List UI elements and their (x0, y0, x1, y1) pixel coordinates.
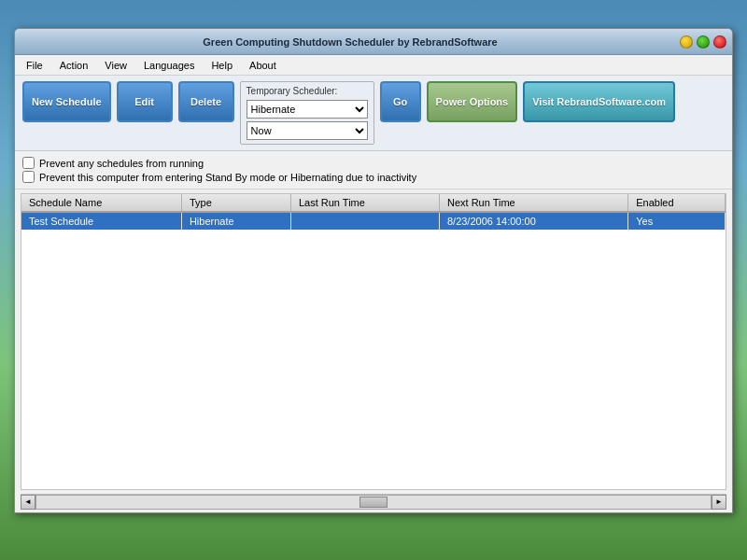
visit-site-button[interactable]: Visit RebrandSoftware.com (523, 81, 675, 122)
title-bar: Green Computing Shutdown Scheduler by Re… (15, 29, 732, 55)
horizontal-scrollbar[interactable]: ◄ ► (21, 494, 726, 509)
cell-next-run: 8/23/2006 14:00:00 (439, 212, 627, 230)
prevent-schedules-checkbox[interactable] (22, 157, 35, 169)
minimize-button[interactable] (680, 35, 693, 49)
scroll-left-button[interactable]: ◄ (21, 495, 35, 510)
temp-scheduler-time-select[interactable]: Now In 5 minutes In 10 minutes In 30 min… (247, 121, 368, 140)
col-last-run: Last Run Time (290, 194, 439, 212)
close-button[interactable] (713, 35, 726, 49)
cell-type: Hibernate (181, 212, 290, 230)
table-header-row: Schedule Name Type Last Run Time Next Ru… (21, 194, 726, 212)
prevent-standby-row: Prevent this computer from entering Stan… (22, 171, 725, 183)
prevent-schedules-label[interactable]: Prevent any schedules from running (39, 158, 204, 169)
menu-help[interactable]: Help (204, 58, 240, 73)
col-enabled: Enabled (628, 194, 726, 212)
maximize-button[interactable] (697, 35, 710, 49)
desktop: Green Computing Shutdown Scheduler by Re… (0, 0, 747, 560)
scroll-right-button[interactable]: ► (712, 495, 726, 510)
temp-scheduler-type-select[interactable]: Hibernate Shutdown Restart Stand By Log … (247, 100, 368, 119)
scroll-thumb[interactable] (359, 497, 388, 508)
toolbar: New Schedule Edit Delete Temporary Sched… (15, 76, 732, 151)
new-schedule-button[interactable]: New Schedule (22, 81, 111, 122)
menu-about[interactable]: About (242, 58, 284, 73)
power-options-button[interactable]: Power Options (427, 81, 518, 122)
prevent-standby-label[interactable]: Prevent this computer from entering Stan… (39, 172, 416, 183)
menu-action[interactable]: Action (52, 58, 96, 73)
col-next-run: Next Run Time (439, 194, 627, 212)
col-schedule-name: Schedule Name (21, 194, 181, 212)
prevent-standby-checkbox[interactable] (22, 171, 35, 183)
menu-file[interactable]: File (19, 58, 50, 73)
window-title: Green Computing Shutdown Scheduler by Re… (21, 36, 680, 48)
schedule-table: Schedule Name Type Last Run Time Next Ru… (21, 194, 726, 230)
edit-button[interactable]: Edit (117, 81, 173, 122)
main-window: Green Computing Shutdown Scheduler by Re… (14, 28, 733, 513)
cell-last-run (290, 212, 439, 230)
window-controls (680, 35, 726, 49)
col-type: Type (181, 194, 290, 212)
prevent-schedules-row: Prevent any schedules from running (22, 157, 725, 169)
cell-name: Test Schedule (21, 212, 181, 230)
temp-scheduler-group: Temporary Scheduler: Hibernate Shutdown … (240, 81, 374, 145)
menu-bar: File Action View Languages Help About (15, 55, 732, 76)
checkboxes-area: Prevent any schedules from running Preve… (15, 151, 732, 189)
schedule-table-area: Schedule Name Type Last Run Time Next Ru… (21, 193, 726, 490)
delete-button[interactable]: Delete (178, 81, 234, 122)
table-row[interactable]: Test Schedule Hibernate 8/23/2006 14:00:… (21, 212, 726, 230)
menu-view[interactable]: View (97, 58, 134, 73)
go-button[interactable]: Go (380, 81, 421, 122)
temp-scheduler-label: Temporary Scheduler: (247, 86, 368, 96)
menu-languages[interactable]: Languages (136, 58, 202, 73)
cell-enabled: Yes (628, 212, 726, 230)
scroll-track[interactable] (35, 495, 712, 510)
